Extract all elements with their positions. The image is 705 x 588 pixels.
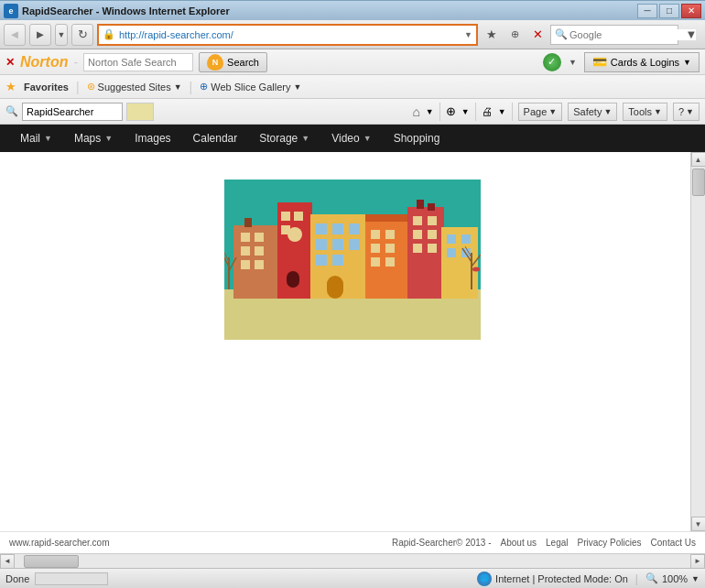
svg-rect-7 [241,260,250,269]
command-bar: 🔍 ⌂ ▼ ⊕ ▼ 🖨 ▼ Page ▼ Safety ▼ Tools [0,99,705,125]
vertical-scrollbar[interactable]: ▲ ▼ [690,152,705,531]
favorites-bar: ★ Favorites | ⊛ Suggested Sites ▼ | ⊕ We… [0,75,705,99]
address-input[interactable] [119,29,461,40]
scroll-right-button[interactable]: ► [690,554,705,569]
print-cmd-icon[interactable]: 🖨 [482,105,493,118]
address-lock-icon: 🔒 [103,28,115,40]
scroll-down-button[interactable]: ▼ [691,517,706,531]
norton-toolbar: ✕ Norton - N Search ✓ ▼ 💳 Cards & Logins… [0,49,705,75]
favorites-star-icon[interactable]: ★ [482,25,502,45]
cmd-divider-1 [439,103,440,121]
suggested-sites-arrow: ▼ [174,82,182,92]
menu-item-shopping[interactable]: Shopping [383,125,451,152]
svg-rect-22 [332,223,343,234]
home-icon[interactable]: ⌂ [412,104,419,119]
forward-button[interactable]: ► [29,24,51,46]
menu-item-calendar[interactable]: Calendar [182,125,249,152]
home-dropdown-arrow[interactable]: ▼ [426,107,434,116]
done-text: Done [5,573,29,584]
svg-rect-44 [428,244,437,253]
maps-arrow-icon: ▼ [104,134,113,143]
norton-check-arrow[interactable]: ▼ [569,58,577,67]
menu-item-storage[interactable]: Storage ▼ [248,125,320,152]
cards-logins-button[interactable]: 💳 Cards & Logins ▼ [584,52,700,72]
h-scroll-track [15,554,690,569]
google-search-input[interactable] [569,29,696,40]
storage-label: Storage [259,132,298,145]
video-label: Video [331,132,359,145]
close-button[interactable]: ✕ [681,4,701,18]
address-dropdown-icon[interactable]: ▼ [464,30,472,39]
minimize-button[interactable]: ─ [637,4,657,18]
safety-button[interactable]: Safety ▼ [568,103,617,121]
horizontal-scrollbar[interactable]: ◄ ► [0,553,705,568]
search-color-box [126,103,154,121]
suggested-sites-item[interactable]: ⊛ Suggested Sites ▼ [87,81,182,93]
search-bar: 🔍 [550,25,678,45]
page-label: Page [524,106,548,117]
search-arrow-icon[interactable]: ▼ [681,25,701,45]
menu-item-maps[interactable]: Maps ▼ [63,125,124,152]
status-bar: Done 🌐 Internet | Protected Mode: On | 🔍… [0,568,705,588]
back-button[interactable]: ◄ [4,24,26,46]
favorites-label: Favorites [24,82,69,93]
maximize-button[interactable]: □ [659,4,679,18]
help-label: ? [678,106,684,117]
dropdown-button[interactable]: ▼ [55,24,68,46]
help-button[interactable]: ? ▼ [673,103,700,121]
images-label: Images [135,132,170,145]
legal-link[interactable]: Legal [546,538,568,548]
zoom-control[interactable]: 🔍 100% ▼ [645,572,700,584]
norton-check-icon[interactable]: ✓ [543,53,561,71]
feeds-dropdown-arrow[interactable]: ▼ [461,107,470,116]
feeds-icon[interactable]: ⊕ [504,25,525,45]
svg-rect-25 [332,239,343,250]
fav-divider-1: | [76,80,80,94]
cards-dropdown-arrow: ▼ [683,58,691,67]
menu-item-images[interactable]: Images [124,125,181,152]
privacy-link[interactable]: Privacy Policies [578,538,642,548]
illustration-area [0,152,705,340]
safety-label: Safety [573,106,602,117]
svg-rect-32 [385,230,395,239]
address-bar: 🔒 ▼ [97,24,478,46]
shopping-label: Shopping [394,132,440,145]
web-slice-icon: ⊕ [200,81,208,93]
print-dropdown-arrow[interactable]: ▼ [498,107,506,116]
zoom-icon: 🔍 [645,572,658,584]
menu-item-video[interactable]: Video ▼ [320,125,382,152]
h-scroll-thumb[interactable] [24,555,79,568]
svg-rect-15 [287,271,299,288]
menu-item-mail[interactable]: Mail ▼ [9,125,63,152]
page-button[interactable]: Page ▼ [518,103,563,121]
scroll-up-button[interactable]: ▲ [691,152,706,167]
svg-rect-43 [413,244,422,253]
svg-rect-48 [447,234,456,244]
scroll-left-button[interactable]: ◄ [0,554,15,569]
scroll-thumb[interactable] [692,169,705,196]
norton-search-input[interactable] [83,53,193,71]
contact-link[interactable]: Contact Us [651,538,696,548]
stop-icon[interactable]: ✕ [527,25,548,45]
status-divider: | [635,572,638,585]
tools-button[interactable]: Tools ▼ [623,103,667,121]
svg-rect-34 [385,244,395,253]
rapid-search-input[interactable] [27,106,100,117]
about-link[interactable]: About us [501,538,537,548]
svg-rect-33 [371,244,380,253]
norton-search-button[interactable]: N Search [199,52,267,72]
web-slice-item[interactable]: ⊕ Web Slice Gallery ▼ [200,81,301,93]
favorites-star: ★ [5,80,16,93]
help-arrow: ▼ [686,107,694,116]
svg-rect-36 [385,257,395,267]
svg-rect-6 [255,246,264,256]
svg-rect-41 [413,230,422,239]
tools-arrow: ▼ [654,107,662,116]
refresh-button[interactable]: ↻ [71,24,93,46]
safety-arrow: ▼ [603,107,612,116]
window-controls: ─ □ ✕ [637,4,701,18]
norton-logo: Norton [20,54,68,71]
svg-rect-21 [316,223,327,234]
feeds-cmd-icon[interactable]: ⊕ [446,104,456,118]
svg-rect-50 [447,248,456,257]
